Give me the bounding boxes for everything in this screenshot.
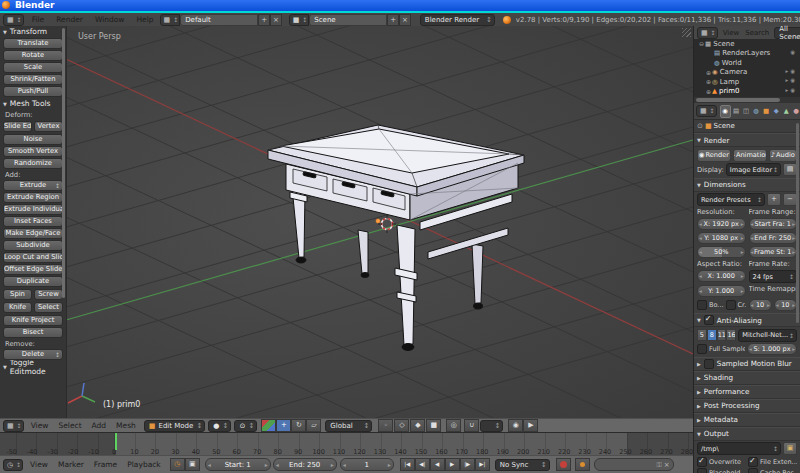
- knife-select-button[interactable]: Select: [34, 302, 63, 313]
- render-opengl-image-icon[interactable]: ◉: [508, 419, 523, 432]
- prev-keyframe-button[interactable]: ◀|: [415, 458, 430, 471]
- resolution-scale-slider[interactable]: 50%: [697, 246, 746, 258]
- motion-blur-checkbox[interactable]: [704, 359, 714, 369]
- panel-sampled-motion-blur[interactable]: Sampled Motion Blur: [694, 357, 800, 371]
- row-toggle-icons[interactable]: ▸◉: [785, 77, 797, 83]
- resolution-x-field[interactable]: X: 1920 px: [697, 218, 746, 230]
- full-sample-checkbox[interactable]: [697, 344, 707, 354]
- outliner-row-camera[interactable]: ⊕ ◉ Camera ▸◉: [694, 68, 800, 78]
- shrink-fatten-button[interactable]: Shrink/Fatten: [3, 74, 63, 85]
- keying-set-field[interactable]: ⚿ ×: [594, 458, 674, 471]
- frame-step-field[interactable]: Frame St: 1: [749, 246, 798, 258]
- panel-render[interactable]: Render: [694, 133, 800, 147]
- scene-selector-field[interactable]: Scene: [309, 14, 387, 26]
- panel-dimensions[interactable]: Dimensions: [694, 178, 800, 192]
- select-mode-edge-icon[interactable]: ◇: [394, 419, 409, 432]
- menu-file[interactable]: File: [32, 15, 45, 24]
- manipulator-scale-icon[interactable]: ▱: [306, 419, 321, 432]
- aa-samples-5[interactable]: 5: [697, 329, 707, 341]
- expander-icon[interactable]: ⊖: [699, 40, 704, 47]
- browse-folder-icon[interactable]: ▣: [783, 442, 797, 455]
- use-preview-range-icon[interactable]: ◷: [170, 458, 185, 471]
- render-audio-button[interactable]: ♪Audio: [769, 149, 797, 162]
- aa-samples-segment[interactable]: 5 8 11 16: [697, 329, 736, 341]
- start-frame-field[interactable]: Start Fra: 1: [749, 218, 798, 230]
- panel-anti-aliasing[interactable]: Anti-Aliasing: [694, 313, 800, 327]
- menu-tl-playback[interactable]: Playback: [127, 460, 160, 469]
- snap-magnet-icon[interactable]: ∪: [464, 419, 479, 432]
- delete-keyframe-icon[interactable]: ×: [664, 461, 670, 469]
- extrude-dropdown[interactable]: Extrude: [3, 180, 63, 191]
- menu-select[interactable]: Select: [58, 421, 81, 430]
- expander-icon[interactable]: ⊕: [706, 88, 711, 95]
- panel-performance[interactable]: Performance: [694, 385, 800, 399]
- output-path-field[interactable]: /tmp\: [697, 442, 781, 455]
- play-reverse-button[interactable]: ◀: [430, 458, 445, 471]
- panel-post-processing[interactable]: Post Processing: [694, 399, 800, 413]
- display-mode-select[interactable]: Image Editor: [726, 163, 781, 176]
- editor-type-info-icon[interactable]: ▦: [3, 14, 24, 26]
- occlude-geometry-icon[interactable]: ■: [426, 419, 441, 432]
- pin-icon[interactable]: ⊙: [697, 122, 703, 130]
- loop-cut-button[interactable]: Loop Cut and Slide: [3, 252, 63, 263]
- viewport-canvas[interactable]: [0, 26, 693, 418]
- menu-mesh[interactable]: Mesh: [116, 421, 136, 430]
- add-scene-button[interactable]: +: [387, 14, 399, 26]
- menu-view[interactable]: View: [31, 421, 49, 430]
- aa-samples-11[interactable]: 11: [717, 329, 727, 341]
- end-frame-field[interactable]: End Fr: 250: [749, 232, 798, 244]
- manipulator-axis-icon[interactable]: [261, 419, 276, 432]
- viewport-3d[interactable]: User Persp (1) prim0 Transform Translate…: [0, 26, 693, 432]
- outliner-row-scene[interactable]: ⊖ ▦ Scene: [694, 39, 800, 49]
- offset-edge-slide-button[interactable]: Offset Edge Slide: [3, 264, 63, 275]
- tab-render-layers[interactable]: ▤: [732, 106, 741, 117]
- panel-toggle-editmode[interactable]: Toggle Editmode: [0, 361, 66, 372]
- outliner-row-lamp[interactable]: ⊕ ◎ Lamp ▸◉: [694, 77, 800, 87]
- duplicate-button[interactable]: Duplicate: [3, 276, 63, 287]
- menu-tl-frame[interactable]: Frame: [94, 460, 117, 469]
- panel-mesh-tools[interactable]: Mesh Tools: [0, 98, 66, 109]
- editor-type-outliner-icon[interactable]: ▦: [697, 27, 718, 39]
- remap-old-field[interactable]: 10: [749, 299, 772, 311]
- editor-type-3dview-icon[interactable]: ▦: [3, 420, 24, 432]
- jump-to-end-button[interactable]: ▶|: [475, 458, 490, 471]
- rotate-button[interactable]: Rotate: [3, 50, 63, 61]
- proportional-edit-icon[interactable]: ◎: [446, 419, 461, 432]
- remove-preset-button[interactable]: −: [783, 193, 797, 206]
- aa-filter-select[interactable]: Mitchell-Net...: [738, 329, 797, 342]
- insert-keyframe-icon[interactable]: ⚿: [657, 461, 662, 469]
- smooth-vertex-button[interactable]: Smooth Vertex: [3, 146, 63, 157]
- file-extensions-checkbox[interactable]: [748, 457, 758, 467]
- jump-to-start-button[interactable]: |◀: [400, 458, 415, 471]
- transform-orientation-select[interactable]: Global: [325, 420, 372, 432]
- screen-layout-field[interactable]: Default: [180, 14, 258, 26]
- mode-select[interactable]: ■Edit Mode: [144, 420, 205, 432]
- properties-scrollbar[interactable]: [796, 123, 799, 323]
- border-checkbox[interactable]: [697, 300, 707, 310]
- viewport-shading-select[interactable]: ●: [208, 420, 231, 432]
- menu-tl-marker[interactable]: Marker: [58, 460, 84, 469]
- remap-new-field[interactable]: 10: [774, 299, 797, 311]
- scale-button[interactable]: Scale: [3, 62, 63, 73]
- tab-world[interactable]: ◍: [752, 106, 761, 117]
- overwrite-checkbox[interactable]: [697, 457, 707, 467]
- push-pull-button[interactable]: Push/Pull: [3, 86, 63, 97]
- outliner-row-world[interactable]: ◍ World: [694, 58, 800, 68]
- render-opengl-anim-icon[interactable]: ▶: [523, 419, 538, 432]
- window-titlebar[interactable]: Blender: [0, 0, 800, 11]
- menu-window[interactable]: Window: [95, 15, 125, 24]
- row-toggle-icons[interactable]: ▸◉: [785, 87, 797, 93]
- timeline-ruler[interactable]: -50-40-30-20-100102030405060708090100110…: [0, 448, 693, 456]
- aspect-y-field[interactable]: Y: 1.000: [697, 285, 746, 297]
- lock-frame-range-icon[interactable]: ▣: [185, 458, 200, 471]
- render-still-button[interactable]: ◉Render: [697, 149, 731, 162]
- cache-result-checkbox[interactable]: [748, 468, 758, 473]
- aa-samples-8[interactable]: 8: [707, 329, 717, 341]
- menu-help[interactable]: Help: [136, 15, 153, 24]
- row-toggle-icons[interactable]: ▸◉: [785, 68, 797, 74]
- menu-tl-view[interactable]: View: [30, 460, 48, 469]
- tool-shelf-scrollbar[interactable]: [62, 28, 65, 298]
- knife-project-button[interactable]: Knife Project: [3, 315, 63, 326]
- outliner-row-prim0[interactable]: ⊕ ▲ prim0 ▸◉: [694, 87, 800, 97]
- tab-object[interactable]: ■: [762, 106, 771, 117]
